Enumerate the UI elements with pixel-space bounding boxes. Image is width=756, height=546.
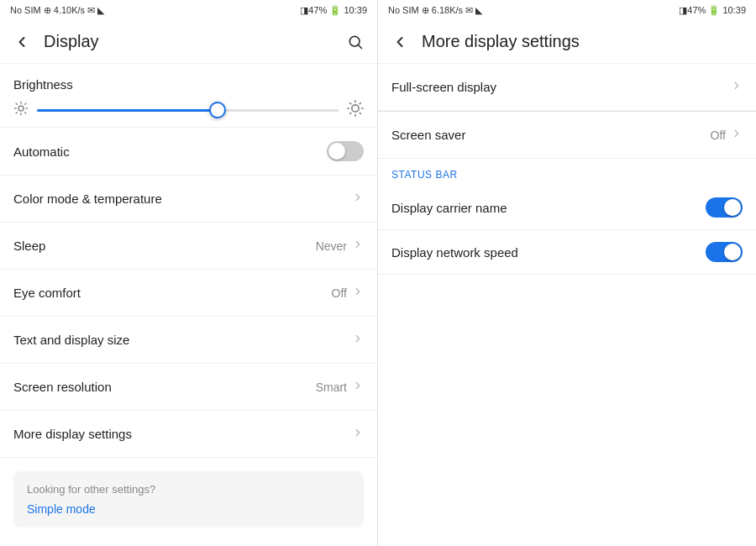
sleep-right: Never xyxy=(316,239,364,254)
screen-resolution-right: Smart xyxy=(316,380,364,395)
settings-content: Brightness xyxy=(0,64,377,546)
full-screen-display-chevron-icon xyxy=(731,80,743,95)
display-network-speed-title: Display network speed xyxy=(391,245,518,260)
display-network-speed-toggle[interactable] xyxy=(706,242,743,262)
more-display-settings-title: More display settings xyxy=(13,427,132,441)
text-display-size-right xyxy=(352,333,364,348)
display-carrier-name-row[interactable]: Display carrier name xyxy=(378,186,756,230)
screen-saver-value: Off xyxy=(711,129,726,142)
left-status-right: ◨47% 🔋 10:39 xyxy=(300,5,367,16)
left-status-bar: No SIM ⊕ 4.10K/s ✉ ◣ ◨47% 🔋 10:39 xyxy=(0,0,377,20)
display-carrier-name-toggle-knob xyxy=(724,199,741,216)
eye-comfort-right: Off xyxy=(332,286,364,301)
right-back-button[interactable] xyxy=(388,30,412,54)
display-carrier-name-toggle[interactable] xyxy=(706,197,743,218)
sleep-chevron-icon xyxy=(352,239,364,254)
left-status-text-left: No SIM ⊕ 4.10K/s ✉ ◣ xyxy=(10,5,104,16)
screen-resolution-title: Screen resolution xyxy=(13,380,112,394)
right-header: More display settings xyxy=(378,20,756,64)
more-display-settings-row[interactable]: More display settings xyxy=(0,411,377,458)
back-button[interactable] xyxy=(10,30,34,54)
automatic-label-container: Automatic xyxy=(13,144,70,159)
right-status-left: No SIM ⊕ 6.18K/s ✉ ◣ xyxy=(388,5,482,16)
svg-line-5 xyxy=(16,103,17,104)
svg-line-1 xyxy=(359,45,362,48)
more-display-settings-chevron-icon xyxy=(352,427,364,442)
screen-saver-right: Off xyxy=(711,128,743,143)
screen-saver-row[interactable]: Screen saver Off xyxy=(378,112,756,159)
display-carrier-name-title: Display carrier name xyxy=(391,201,507,215)
brightness-slider-row xyxy=(13,100,364,120)
automatic-toggle-knob xyxy=(328,143,345,160)
display-network-speed-toggle-knob xyxy=(724,244,741,260)
brightness-high-icon xyxy=(347,100,364,120)
color-mode-chevron-icon xyxy=(352,192,364,207)
right-status-text-right: ◨47% 🔋 10:39 xyxy=(679,5,746,16)
simple-mode-link[interactable]: Simple mode xyxy=(27,502,350,516)
svg-line-18 xyxy=(350,113,351,113)
eye-comfort-title: Eye comfort xyxy=(13,286,81,300)
color-mode-row[interactable]: Color mode & temperature xyxy=(0,176,377,223)
automatic-row[interactable]: Automatic xyxy=(0,128,377,176)
right-status-bar: No SIM ⊕ 6.18K/s ✉ ◣ ◨47% 🔋 10:39 xyxy=(378,0,756,20)
automatic-label: Automatic xyxy=(13,144,70,159)
brightness-label: Brightness xyxy=(13,77,364,92)
svg-line-9 xyxy=(16,113,17,113)
screen-saver-chevron-icon xyxy=(731,128,743,143)
text-display-size-chevron-icon xyxy=(352,333,364,348)
full-screen-display-title: Full-screen display xyxy=(391,80,496,94)
color-mode-title: Color mode & temperature xyxy=(13,192,162,206)
svg-line-6 xyxy=(25,113,26,113)
right-status-right: ◨47% 🔋 10:39 xyxy=(679,5,746,16)
full-screen-display-row[interactable]: Full-screen display xyxy=(378,64,756,111)
svg-line-10 xyxy=(25,103,26,104)
sleep-title: Sleep xyxy=(13,239,45,253)
right-page-title: More display settings xyxy=(422,32,746,51)
screen-resolution-row[interactable]: Screen resolution Smart xyxy=(0,364,377,411)
screen-saver-title: Screen saver xyxy=(391,128,465,142)
status-bar-section-label: STATUS BAR xyxy=(378,159,756,186)
brightness-section: Brightness xyxy=(0,64,377,128)
automatic-toggle[interactable] xyxy=(327,141,364,161)
screen-resolution-value: Smart xyxy=(316,381,347,394)
left-status-left: No SIM ⊕ 4.10K/s ✉ ◣ xyxy=(10,5,104,16)
full-screen-display-right xyxy=(731,80,743,95)
page-title: Display xyxy=(44,32,333,51)
svg-line-19 xyxy=(360,103,360,104)
info-card-text: Looking for other settings? xyxy=(27,483,350,496)
screen-resolution-chevron-icon xyxy=(352,380,364,395)
svg-point-2 xyxy=(18,106,24,111)
brightness-slider[interactable] xyxy=(37,102,339,118)
svg-point-11 xyxy=(352,105,359,112)
info-card: Looking for other settings? Simple mode xyxy=(13,471,364,528)
right-phone-panel: No SIM ⊕ 6.18K/s ✉ ◣ ◨47% 🔋 10:39 More d… xyxy=(378,0,756,546)
eye-comfort-value: Off xyxy=(332,286,347,300)
color-mode-right xyxy=(352,192,364,207)
text-display-size-row[interactable]: Text and display size xyxy=(0,317,377,364)
search-icon[interactable] xyxy=(344,30,367,54)
sleep-row[interactable]: Sleep Never xyxy=(0,223,377,270)
sleep-value: Never xyxy=(316,239,347,253)
brightness-low-icon xyxy=(13,101,29,119)
text-display-size-title: Text and display size xyxy=(13,333,129,347)
svg-line-15 xyxy=(360,113,360,113)
left-phone-panel: No SIM ⊕ 4.10K/s ✉ ◣ ◨47% 🔋 10:39 Displa… xyxy=(0,0,378,546)
display-network-speed-row[interactable]: Display network speed xyxy=(378,230,756,275)
eye-comfort-chevron-icon xyxy=(352,286,364,301)
right-settings-content: Full-screen display Screen saver Off STA… xyxy=(378,64,756,546)
eye-comfort-row[interactable]: Eye comfort Off xyxy=(0,270,377,317)
left-status-text-right: ◨47% 🔋 10:39 xyxy=(300,5,367,16)
right-status-text-left: No SIM ⊕ 6.18K/s ✉ ◣ xyxy=(388,5,482,16)
svg-line-14 xyxy=(350,103,351,104)
left-header: Display xyxy=(0,20,377,64)
more-display-settings-right xyxy=(352,427,364,442)
